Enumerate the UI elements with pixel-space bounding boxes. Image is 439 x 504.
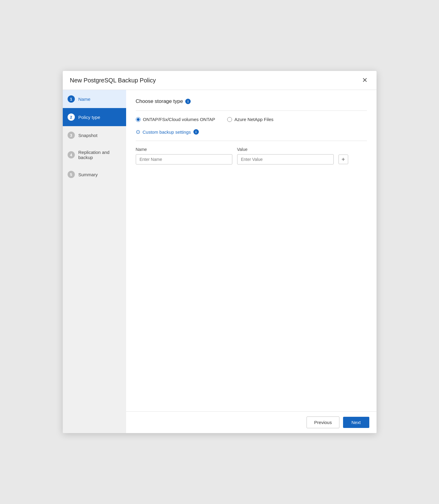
main-content: Choose storage type i ONTAP/FSx/Cloud vo… (126, 90, 377, 433)
sidebar-label-summary: Summary (78, 172, 98, 177)
sidebar-label-policy-type: Policy type (78, 115, 100, 120)
radio-ontap[interactable]: ONTAP/FSx/Cloud volumes ONTAP (136, 117, 215, 122)
previous-button[interactable]: Previous (307, 416, 339, 428)
custom-backup-label: Custom backup settings (143, 129, 191, 135)
sidebar: 1 Name 2 Policy type 3 Snapshot 4 Replic… (63, 90, 126, 433)
content-area: Choose storage type i ONTAP/FSx/Cloud vo… (126, 90, 377, 411)
storage-type-section: Choose storage type i (136, 98, 367, 104)
custom-backup-header[interactable]: ⊙ Custom backup settings i (136, 129, 367, 135)
radio-ontap-input[interactable] (136, 117, 141, 122)
modal-footer: Previous Next (126, 411, 377, 433)
storage-type-info-icon[interactable]: i (185, 99, 191, 104)
close-button[interactable]: ✕ (360, 76, 369, 84)
step-number-4: 4 (68, 151, 75, 158)
custom-backup-info-icon[interactable]: i (193, 129, 199, 135)
next-button[interactable]: Next (343, 417, 369, 428)
divider-1 (136, 110, 367, 111)
radio-ontap-label: ONTAP/FSx/Cloud volumes ONTAP (143, 117, 215, 122)
sidebar-item-name[interactable]: 1 Name (63, 90, 126, 108)
value-column-header: Value (237, 147, 334, 152)
sidebar-item-summary[interactable]: 5 Summary (63, 165, 126, 183)
storage-type-title: Choose storage type (136, 98, 183, 104)
collapse-icon: ⊙ (136, 129, 140, 135)
modal-container: New PostgreSQL Backup Policy ✕ 1 Name 2 … (63, 71, 377, 433)
radio-group-storage: ONTAP/FSx/Cloud volumes ONTAP Azure NetA… (136, 117, 367, 122)
modal-header: New PostgreSQL Backup Policy ✕ (63, 71, 377, 90)
sidebar-label-replication: Replication and backup (78, 150, 121, 160)
modal-body: 1 Name 2 Policy type 3 Snapshot 4 Replic… (63, 90, 377, 433)
add-row-button[interactable]: + (339, 155, 348, 164)
sidebar-label-snapshot: Snapshot (78, 133, 97, 138)
radio-azure[interactable]: Azure NetApp Files (227, 117, 273, 122)
radio-azure-label: Azure NetApp Files (234, 117, 273, 122)
sidebar-item-snapshot[interactable]: 3 Snapshot (63, 126, 126, 144)
modal-title: New PostgreSQL Backup Policy (70, 77, 156, 84)
name-input[interactable] (136, 154, 232, 164)
value-input[interactable] (237, 154, 334, 164)
step-number-5: 5 (68, 171, 75, 178)
field-input-row: + (136, 154, 367, 164)
sidebar-item-policy-type[interactable]: 2 Policy type (63, 108, 126, 126)
step-number-1: 1 (68, 95, 75, 103)
custom-backup-section: ⊙ Custom backup settings i Name Value (136, 129, 367, 164)
radio-azure-input[interactable] (227, 117, 232, 122)
sidebar-label-name: Name (78, 97, 91, 102)
sidebar-item-replication-backup[interactable]: 4 Replication and backup (63, 144, 126, 165)
name-column-header: Name (136, 147, 232, 152)
field-row-header: Name Value (136, 147, 367, 152)
divider-2 (136, 141, 367, 141)
step-number-2: 2 (68, 113, 75, 121)
step-number-3: 3 (68, 132, 75, 139)
